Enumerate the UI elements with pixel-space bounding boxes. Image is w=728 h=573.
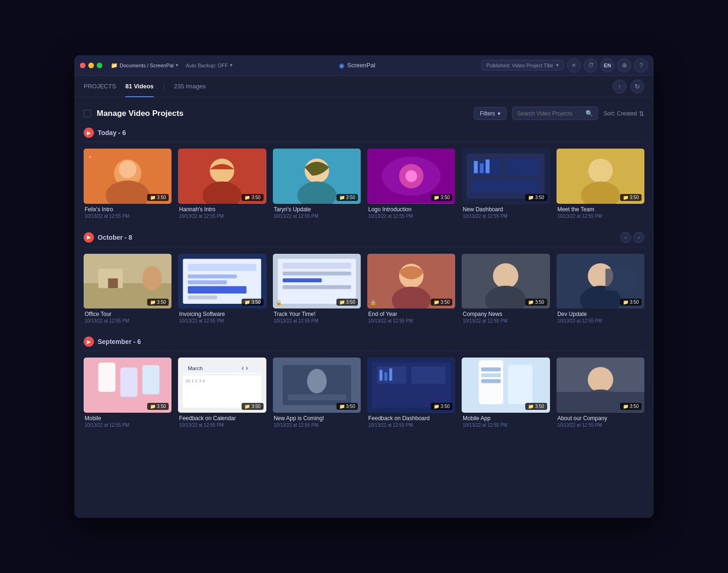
video-card-meetteam[interactable]: 📁3:50Meet the Team10/13/22 at 12:55 PM: [557, 149, 644, 219]
video-name-officetour: Office Tour: [85, 311, 171, 317]
video-name-felix: Felix's Intro: [85, 206, 171, 213]
history-icon-btn[interactable]: ⏱: [584, 58, 598, 72]
close-button[interactable]: [80, 63, 86, 68]
video-card-dashboard[interactable]: 📁3:50New Dashboard10/13/22 at 12:55 PM: [462, 149, 550, 219]
tab-videos[interactable]: 81 Videos: [125, 81, 153, 92]
svg-rect-58: [143, 365, 160, 394]
list-icon-btn[interactable]: ≡: [567, 58, 581, 72]
video-card-company[interactable]: 📁3:50Company News10/13/22 at 12:55 PM: [462, 254, 550, 324]
folder-small-icon: 📁: [623, 404, 628, 409]
auto-backup-chevron: ▾: [230, 62, 233, 68]
svg-rect-30: [108, 278, 118, 288]
section-toggle-september[interactable]: ▶: [84, 337, 94, 347]
search-input[interactable]: [517, 110, 583, 117]
video-duration-trackyour: 📁3:50: [336, 299, 358, 306]
video-date-hannah: 10/13/22 at 12:55 PM: [179, 214, 265, 219]
svg-point-14: [406, 170, 417, 182]
video-name-meetteam: Meet the Team: [557, 206, 643, 213]
video-name-dashboard: New Dashboard: [463, 206, 549, 213]
filter-label: Filters: [480, 110, 495, 117]
video-name-invoicing: Invoicing Software: [179, 311, 265, 317]
video-name-newapp: New App is Coming!: [274, 415, 360, 422]
sections-container: ▶Today - 6 ● 📁3:50Felix's Intro10/13/22 …: [84, 128, 644, 428]
svg-rect-79: [508, 365, 533, 404]
publish-dropdown[interactable]: Published: Video Project Title ▾: [481, 60, 564, 71]
video-thumb-invoicing: 📁3:50: [178, 254, 266, 309]
search-box[interactable]: 🔍: [512, 107, 598, 120]
video-duration-officetour: 📁3:50: [147, 299, 169, 306]
video-duration-dashboard: 📁3:50: [525, 194, 547, 201]
video-card-newapp[interactable]: 📁3:50New App is Coming!10/13/22 at 12:55…: [273, 358, 361, 428]
video-card-about[interactable]: 📁3:50About our Company10/13/22 at 12:55 …: [557, 358, 644, 428]
video-duration-devupdate: 📁3:50: [620, 299, 642, 306]
publish-label: Published: Video Project Title: [486, 63, 553, 68]
folder-small-icon: 📁: [528, 404, 534, 409]
video-duration-invoicing: 📁3:50: [242, 299, 263, 306]
video-card-hannah[interactable]: 📁3:50Hannah's Intro10/13/22 at 12:55 PM: [178, 149, 266, 219]
video-card-felix[interactable]: ● 📁3:50Felix's Intro10/13/22 at 12:55 PM: [84, 149, 171, 219]
video-card-devupdate[interactable]: 📁3:50Dev Update10/13/22 at 12:55 PM: [557, 254, 644, 324]
video-card-mobile[interactable]: 📁3:50Mobile10/13/22 at 12:55 PM: [84, 358, 171, 428]
video-card-taryn[interactable]: 📁3:50Taryn's Update10/13/22 at 12:55 PM: [273, 149, 361, 219]
video-date-mobileapp: 10/13/22 at 12:55 PM: [463, 423, 549, 428]
video-card-logo[interactable]: 📁3:50Logo Introduction10/13/22 at 12:55 …: [367, 149, 455, 219]
section-toggle-today[interactable]: ▶: [84, 128, 94, 138]
svg-rect-73: [411, 366, 445, 384]
tab-divider: |: [163, 83, 164, 90]
video-card-feedbackdash[interactable]: 📁3:50Feedback on Dashboard10/13/22 at 12…: [367, 358, 455, 428]
video-date-feedbackdash: 10/13/22 at 12:55 PM: [368, 423, 454, 428]
section-toggle-october[interactable]: ▶: [84, 232, 94, 243]
share-btn[interactable]: ↑: [613, 79, 627, 93]
video-grid-september: 📁3:50Mobile10/13/22 at 12:55 PM March ‹ …: [84, 358, 644, 428]
tab-images[interactable]: 235 Images: [174, 81, 206, 92]
filters-button[interactable]: Filters ▾: [474, 107, 507, 120]
video-date-devupdate: 10/13/22 at 12:55 PM: [557, 318, 643, 323]
folder-small-icon: 📁: [244, 300, 250, 305]
minimize-button[interactable]: [88, 63, 94, 68]
help-icon-btn[interactable]: ?: [634, 58, 648, 72]
video-card-mobileapp[interactable]: 📁3:50Mobile App10/13/22 at 12:55 PM: [462, 358, 550, 428]
video-card-calendar[interactable]: March ‹ › 26 1 2 3 4 📁3:50Feedback on Ca…: [178, 358, 266, 428]
svg-rect-56: [98, 363, 115, 392]
video-duration-newapp: 📁3:50: [336, 403, 358, 410]
folder-icon: 📁: [111, 62, 118, 69]
section-header-today: ▶Today - 6: [84, 128, 644, 142]
folder-small-icon: 📁: [339, 300, 345, 305]
svg-rect-81: [481, 373, 501, 377]
video-date-felix: 10/13/22 at 12:55 PM: [85, 214, 171, 219]
section-today: ▶Today - 6 ● 📁3:50Felix's Intro10/13/22 …: [84, 128, 644, 219]
layers-icon-btn[interactable]: ⊕: [617, 58, 631, 72]
publish-chevron: ▾: [556, 62, 559, 68]
file-path[interactable]: 📁 Documents / ScreenPal ▾: [111, 62, 178, 69]
titlebar-right: Published: Video Project Title ▾ ≡ ⏱ EN …: [481, 58, 648, 72]
video-duration-taryn: 📁3:50: [336, 194, 358, 201]
video-info-endofyear: End of Year10/13/22 at 12:55 PM: [367, 308, 455, 323]
section-next-btn[interactable]: ›: [633, 232, 644, 243]
video-info-invoicing: Invoicing Software10/13/22 at 12:55 PM: [178, 308, 266, 323]
select-all-checkbox[interactable]: [84, 110, 91, 117]
video-info-company: Company News10/13/22 at 12:55 PM: [462, 308, 550, 323]
svg-rect-75: [385, 372, 387, 381]
section-header-september: ▶September - 6: [84, 337, 644, 351]
auto-backup[interactable]: Auto Backup: OFF ▾: [186, 62, 233, 68]
section-prev-btn[interactable]: ‹: [620, 232, 631, 243]
svg-rect-54: [605, 268, 635, 290]
language-btn[interactable]: EN: [600, 58, 614, 72]
sort-button[interactable]: Sort: Created ⇅: [604, 110, 644, 117]
video-grid-today: ● 📁3:50Felix's Intro10/13/22 at 12:55 PM…: [84, 149, 644, 219]
video-thumb-company: 📁3:50: [462, 254, 550, 309]
folder-small-icon: 📁: [339, 195, 345, 200]
video-card-officetour[interactable]: 📁3:50Office Tour10/13/22 at 12:55 PM: [84, 254, 171, 324]
video-info-mobile: Mobile10/13/22 at 12:55 PM: [84, 413, 171, 428]
maximize-button[interactable]: [97, 63, 102, 68]
tab-projects[interactable]: PROJECTS: [84, 81, 116, 92]
video-card-endofyear[interactable]: 📁3:50🔒End of Year10/13/22 at 12:55 PM: [367, 254, 455, 324]
video-card-invoicing[interactable]: 📁3:50Invoicing Software10/13/22 at 12:55…: [178, 254, 266, 324]
section-label-september: September - 6: [98, 338, 644, 345]
tabsbar-actions: ↑ ↻: [613, 79, 644, 93]
video-name-about: About our Company: [557, 415, 643, 422]
folder-small-icon: 📁: [528, 300, 534, 305]
video-card-trackyour[interactable]: 📁3:50🔒Track Your Time!10/13/22 at 12:55 …: [273, 254, 361, 324]
refresh-btn[interactable]: ↻: [630, 79, 644, 93]
folder-small-icon: 📁: [150, 195, 156, 200]
